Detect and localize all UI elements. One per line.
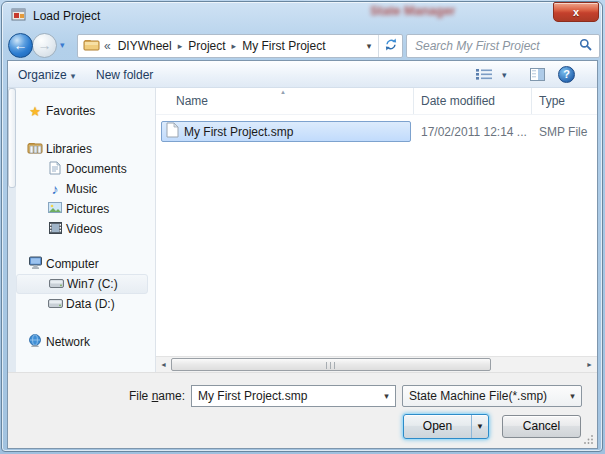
breadcrumb-project[interactable]: Project [183,39,230,53]
scrollbar-thumb[interactable] [171,358,491,371]
views-icon[interactable] [476,68,493,83]
selected-file[interactable]: My First Project.smp [161,121,411,142]
music-icon: ♪ [44,181,66,197]
sidebar-item-pictures[interactable]: Pictures [16,199,155,219]
file-type: SMP File [539,125,587,139]
search-icon[interactable] [579,38,599,54]
dialog-client-area: Organize▾ New folder ▾ ? [7,60,598,449]
folder-icon [83,38,100,54]
help-button[interactable]: ? [558,66,575,83]
resize-grip[interactable] [584,433,594,447]
sidebar-item-documents[interactable]: Documents [16,159,155,179]
horizontal-scrollbar[interactable]: ◄ ► [156,356,597,372]
star-icon: ★ [24,104,46,119]
views-dropdown-button[interactable]: ▾ [502,70,507,80]
sidebar-item-label: Favorites [46,104,95,118]
search-placeholder: Search My First Project [407,39,579,53]
column-header-date-modified[interactable]: Date modified [421,94,495,108]
address-bar[interactable]: « DIYWheel ▸ Project ▸ My First Project … [77,34,403,58]
videos-icon [44,222,66,237]
sidebar-item-music[interactable]: ♪ Music [16,179,155,199]
sidebar-item-label: Computer [46,257,99,271]
refresh-button[interactable] [378,35,402,57]
organize-button[interactable]: Organize▾ [18,66,75,84]
recent-pages-dropdown[interactable]: ▾ [60,40,65,50]
dialog-footer: File name: My First Project.smp ▾ State … [8,372,597,449]
open-split-button[interactable]: Open ▼ [403,414,489,439]
open-dropdown-button[interactable]: ▼ [471,415,488,438]
scrollbar-grip [326,362,337,369]
sidebar-item-label: Network [46,335,90,349]
command-toolbar: Organize▾ New folder ▾ ? [8,61,597,88]
column-header-type[interactable]: Type [539,94,565,108]
cancel-button[interactable]: Cancel [502,415,581,438]
load-project-dialog: State Manager Load Project x ← → ▾ « DIY… [1,1,603,452]
search-input[interactable]: Search My First Project [406,34,600,58]
chevron-down-icon[interactable]: ▾ [378,391,395,401]
back-button[interactable]: ← [8,33,33,58]
address-dropdown-button[interactable]: ▾ [360,35,378,57]
title-bar[interactable]: Load Project [2,2,602,30]
document-icon [44,161,66,178]
sidebar-item-label: Data (D:) [66,297,115,311]
main-area: ★ Favorites Libraries [8,88,597,372]
scroll-left-icon[interactable]: ◄ [156,357,171,372]
app-icon [11,8,27,25]
sidebar-item-libraries[interactable]: Libraries [16,139,155,159]
window-title: Load Project [33,9,100,23]
sidebar-item-label: Music [66,182,97,196]
header-underline [156,114,597,115]
sidebar-item-label: Pictures [66,202,109,216]
new-folder-button[interactable]: New folder [96,66,153,84]
sidebar-item-win7-c[interactable]: Win7 (C:) [16,274,148,294]
breadcrumb-overflow[interactable]: « [100,39,113,53]
column-header-row: ▲ Name Date modified Type [156,88,597,114]
file-name: My First Project.smp [184,125,293,139]
sidebar-scrollbar[interactable] [8,88,16,372]
drive-icon [44,297,66,311]
sidebar-item-data-d[interactable]: Data (D:) [16,294,155,314]
libraries-icon [24,141,46,157]
sidebar-item-favorites[interactable]: ★ Favorites [16,101,155,121]
sidebar-item-network[interactable]: Network [16,332,155,352]
sidebar-item-list: ★ Favorites Libraries [16,101,155,352]
chevron-down-icon: ▾ [67,71,76,81]
breadcrumb-my-first-project[interactable]: My First Project [237,39,330,53]
sidebar-item-label: Libraries [46,142,92,156]
forward-button[interactable]: → [32,33,57,58]
table-row[interactable]: My First Project.smp 17/02/2011 12:14 ..… [156,121,597,142]
network-icon [24,334,46,350]
file-name-value: My First Project.smp [192,389,378,403]
computer-icon [24,256,46,272]
refresh-icon [384,38,398,54]
file-icon [166,122,179,141]
close-button[interactable]: x [553,2,599,22]
sidebar-item-label: Videos [66,222,102,236]
column-divider[interactable] [531,88,532,114]
column-divider[interactable] [413,88,414,114]
file-date-modified: 17/02/2011 12:14 ... [421,125,527,139]
sidebar-item-computer[interactable]: Computer [16,254,155,274]
sidebar-scrollbar-thumb[interactable] [8,88,16,188]
open-button[interactable]: Open [404,415,471,438]
file-name-input[interactable]: My First Project.smp ▾ [191,385,396,407]
sidebar-item-label: Documents [66,162,127,176]
file-name-label: File name: [8,389,185,403]
preview-pane-icon[interactable] [530,68,545,84]
drive-icon [45,277,67,291]
breadcrumb-diywheel[interactable]: DIYWheel [113,39,177,53]
sidebar-item-label: Win7 (C:) [67,277,118,291]
sort-ascending-icon: ▲ [280,89,286,95]
pictures-icon [44,202,66,216]
file-type-select[interactable]: State Machine File(*.smp) ▾ [402,385,582,407]
scroll-right-icon[interactable]: ► [582,357,597,372]
sidebar-item-videos[interactable]: Videos [16,219,155,239]
chevron-down-icon[interactable]: ▾ [564,391,581,401]
background-window-title: State Manager [370,4,500,18]
navigation-pane: ★ Favorites Libraries [8,88,155,372]
column-header-name[interactable]: Name [176,94,208,108]
file-list: ▲ Name Date modified Type My First Pr [156,88,597,372]
file-type-value: State Machine File(*.smp) [403,389,564,403]
